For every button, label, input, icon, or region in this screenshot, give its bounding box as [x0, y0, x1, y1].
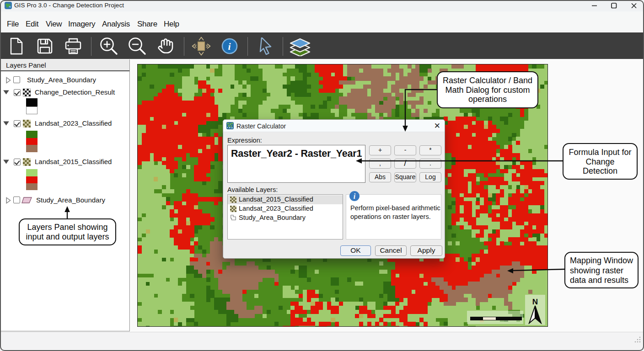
svg-text:i: i: [354, 192, 356, 200]
svg-text:i: i: [228, 41, 231, 52]
